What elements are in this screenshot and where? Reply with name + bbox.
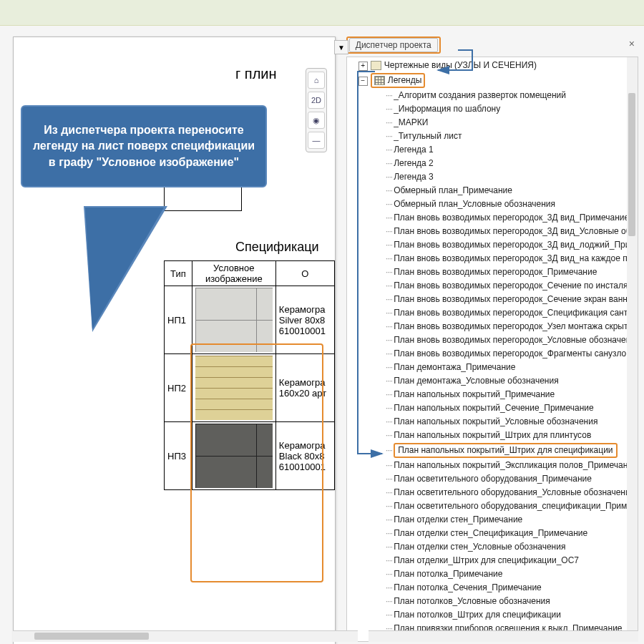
tree-item[interactable]: ····План потолков_Штрих для спецификации [347,608,638,622]
tree-item[interactable]: ····План вновь возводимых перегородок_Фр… [347,347,638,361]
tree-item[interactable]: ····План потолка_Примечание [347,567,638,581]
canvas-scrollbar-horizontal[interactable] [13,630,358,642]
tree-label: Чертежные виды (УЗЛЫ И СЕЧЕНИЯ) [384,60,537,70]
tree-label: План отделки стен_Примечание [394,514,522,525]
tree-connector: ···· [386,514,392,525]
spec-heading: Спецификаци [235,240,335,255]
callout-text: Из диспетчера проекта переносите легенду… [33,124,255,168]
tree-item[interactable]: ····План вновь возводимых перегородок_Се… [347,279,638,293]
view-options-dropdown[interactable]: ▼ [334,40,348,54]
tree-connector: ···· [386,460,392,470]
tree-item[interactable]: ····План потолка_Сечения_Примечание [347,581,638,595]
tree-item[interactable]: ····План вновь возводимых перегородок_Се… [347,293,638,306]
tree-item[interactable]: ····План напольных покрытий_Сечение_Прим… [347,401,638,415]
tree-item[interactable]: ····_Титульный лист [347,130,638,143]
tree-item[interactable]: ····План напольных покрытий_Условные обо… [347,415,638,429]
tree-item[interactable]: ····_Информация по шаблону [347,102,638,116]
tree-connector: ···· [386,213,392,223]
tree-item[interactable]: ····Обмерный план_Условные обозначения [347,197,638,211]
drawing-canvas[interactable]: Из диспетчера проекта переносите легенду… [13,36,336,644]
tool-orbit-icon[interactable]: ◉ [308,112,325,129]
tool-pan-icon[interactable]: — [308,132,325,149]
main-container: Из диспетчера проекта переносите легенду… [0,26,644,644]
cell-type: НП2 [165,354,192,422]
tree-connector: ···· [386,528,392,538]
tree-label: План потолков_Условные обозначения [394,596,550,606]
tree-label: План отделки стен_Условные обозначения [394,542,565,552]
tree-connector: ···· [386,199,392,209]
tree-item[interactable]: ····План отделки_Штрих для спецификации_… [347,554,638,567]
tree-item[interactable]: ····План напольных покрытий_Экспликация … [347,459,638,472]
tree-item[interactable]: ····Легенда 2 [347,157,638,170]
tree-item[interactable]: ····План напольных покрытий_Примечание [347,388,638,401]
tree-connector: ···· [386,501,392,511]
tree-connector: ···· [386,403,392,413]
tree-item[interactable]: ····План вновь возводимых перегородок_3Д… [347,252,638,265]
callout-tail [85,208,164,329]
specification-table: Тип Условное изображение О НП1 Керамогра… [164,260,335,490]
col-header-desc: О [275,261,334,286]
tree-item[interactable]: ····_Алгоритм создания разверток помещен… [347,89,638,102]
tree-item[interactable]: ····Обмерный план_Примечание [347,184,638,197]
tree-connector: ···· [386,253,392,263]
tree-connector: ···· [386,362,392,372]
tree-connector: ···· [386,542,392,552]
tree-item[interactable]: ····План вновь возводимых перегородок_Уз… [347,320,638,333]
cell-type: НП1 [165,286,192,354]
tree-item[interactable]: ····План отделки стен_Примечание [347,513,638,527]
tree-item[interactable]: ····План вновь возводимых перегородок_Сп… [347,306,638,320]
tree-item[interactable]: ····_МАРКИ [347,116,638,130]
tree-connector: ···· [386,226,392,236]
tree-item[interactable]: ····Легенда 1 [347,143,638,157]
tree-label: Легенда 1 [394,145,434,155]
tree-node-legends[interactable]: −Легенды [347,72,638,89]
tree-item[interactable]: ····План вновь возводимых перегородок_3Д… [347,225,638,238]
tree-connector: ···· [386,104,392,114]
tree-item[interactable]: ····План осветительного оборудования_Усл… [347,486,638,499]
tree-item[interactable]: ····План потолков_Условные обозначения [347,595,638,608]
tree-label: План вновь возводимых перегородок_Условн… [394,335,630,345]
cell-desc: Керамогра Silver 80x8 610010001 [275,286,334,354]
tree-connector: ···· [386,596,392,606]
tree-item[interactable]: ····План вновь возводимых перегородок_Ус… [347,333,638,347]
tree-item[interactable]: ····План демонтажа_Условные обозначения [347,374,638,388]
scrollbar-thumb[interactable] [628,93,635,236]
tree-label: План вновь возводимых перегородок_Узел м… [394,321,628,331]
tree-connector: ···· [386,445,392,455]
tree-item[interactable]: ····План осветительного оборудования_При… [347,472,638,486]
folder-icon [371,61,381,70]
tree-label: План осветительного оборудования_Условны… [394,487,630,497]
ribbon-strip [0,0,644,26]
tree-label: План отделки_Штрих для спецификации_ОС7 [394,555,579,565]
tree-label: План вновь возводимых перегородок_Сечени… [394,280,628,291]
expand-icon[interactable]: + [358,62,368,71]
tree-label: План потолка_Примечание [394,569,502,579]
tree-item[interactable]: ····План осветительного оборудования_спе… [347,499,638,513]
tree-scrollbar-horizontal[interactable] [369,630,638,642]
tree-label: План вновь возводимых перегородок_3Д вид… [394,253,632,263]
panel-title[interactable]: Диспетчер проекта [349,38,438,52]
tool-home-icon[interactable]: ⌂ [308,72,325,89]
tree-label: План демонтажа_Примечание [394,362,515,372]
tree-item[interactable]: ····План напольных покрытий_Штрих для пл… [347,429,638,442]
tree-item[interactable]: ····Легенда 3 [347,170,638,184]
tree-item-selected[interactable]: ····План напольных покрытий_Штрих для сп… [347,442,638,459]
tree-connector: ···· [386,474,392,484]
tool-2d-icon[interactable]: 2D [308,92,325,109]
project-tree[interactable]: +Чертежные виды (УЗЛЫ И СЕЧЕНИЯ)−Легенды… [346,57,638,642]
tree-label: План вновь возводимых перегородок_Фрагме… [394,348,635,358]
tree-item[interactable]: ····План демонтажа_Примечание [347,361,638,374]
tree-item[interactable]: ····План отделки стен_Спецификация_Приме… [347,527,638,540]
tree-connector: ···· [386,389,392,399]
tree-label: План напольных покрытий_Штрих для плинту… [394,430,591,440]
close-icon[interactable]: × [625,36,638,51]
cell-desc: Керамогра Black 80x8 610010001 [275,422,334,490]
collapse-icon[interactable]: − [358,77,368,86]
tree-scrollbar-vertical[interactable] [627,57,638,641]
tree-item[interactable]: ····План вновь возводимых перегородок_3Д… [347,238,638,252]
scrollbar-thumb[interactable] [34,633,149,640]
tree-item[interactable]: ····План отделки стен_Условные обозначен… [347,540,638,554]
tree-item[interactable]: ····План вновь возводимых перегородок_3Д… [347,211,638,225]
tree-item[interactable]: ····План вновь возводимых перегородок_Пр… [347,265,638,279]
tree-node-drawing-views[interactable]: +Чертежные виды (УЗЛЫ И СЕЧЕНИЯ) [347,59,638,72]
